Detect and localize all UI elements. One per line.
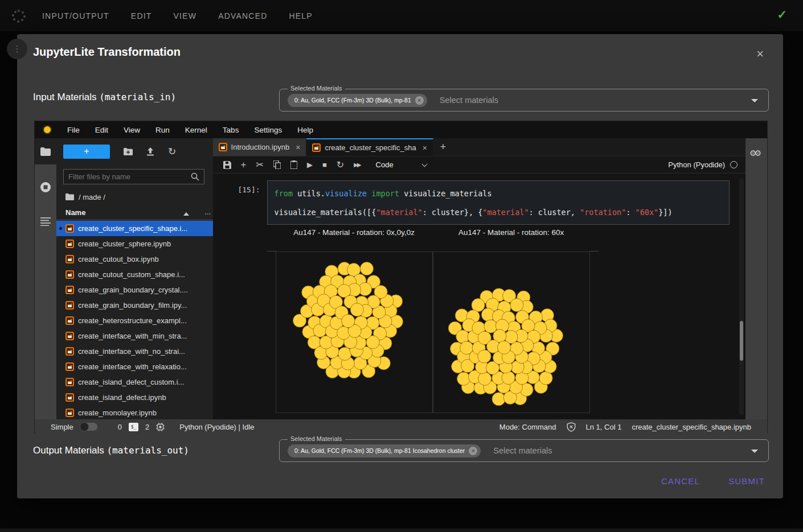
stop-kernel-icon[interactable]: ■ — [322, 160, 327, 169]
file-item[interactable]: create_grain_boundary_film.ipy... — [56, 298, 213, 313]
run-cell-icon[interactable]: ▶ — [307, 160, 313, 169]
cancel-button[interactable]: CANCEL — [661, 476, 700, 486]
output-materials-select[interactable]: Selected Materials 0: Au, Gold, FCC (Fm-… — [279, 439, 769, 462]
drag-handle[interactable]: ⋮ — [7, 39, 27, 59]
restart-kernel-icon[interactable]: ↻ — [337, 159, 344, 170]
jupyter-menu-view[interactable]: View — [124, 126, 140, 134]
file-item[interactable]: create_cluster_specific_shape.i... — [56, 221, 213, 236]
notebook-file-icon — [65, 240, 74, 248]
input-materials-label: Input Materials (materials_in) — [33, 92, 176, 103]
file-item[interactable]: create_cutout_box.ipynb — [56, 251, 213, 267]
output-title-left: Au147 - Material - rotation: 0x,0y,0z — [276, 228, 433, 237]
file-item[interactable]: create_island_defect_custom.i... — [56, 374, 213, 390]
settings-gears-icon[interactable]: ⚙⚙ — [749, 149, 759, 158]
refresh-icon[interactable]: ↻ — [168, 146, 176, 158]
dropdown-caret-icon[interactable] — [751, 99, 758, 102]
file-item[interactable]: create_monolayer.ipynb — [56, 405, 213, 420]
restart-run-all-icon[interactable]: ▶▶ — [354, 162, 360, 168]
material-viewer-right[interactable] — [433, 251, 590, 413]
breadcrumb[interactable]: / made / — [65, 191, 105, 203]
new-tab-button[interactable]: + — [433, 138, 453, 156]
jupyter-menu-tabs[interactable]: Tabs — [223, 126, 239, 134]
paste-cells-icon[interactable] — [290, 160, 297, 169]
chip-remove-icon[interactable]: × — [469, 447, 477, 455]
unsaved-dot-icon — [59, 227, 62, 230]
file-name: create_island_defect_custom.i... — [78, 378, 184, 386]
material-viewer-left[interactable] — [276, 251, 433, 413]
file-item[interactable]: create_interface_with_no_strai... — [56, 344, 213, 359]
file-item[interactable]: create_interface_with_min_stra... — [56, 328, 213, 344]
cursor-position[interactable]: Ln 1, Col 1 — [586, 423, 622, 431]
file-name: create_monolayer.ipynb — [78, 409, 157, 417]
file-name: create_cluster_specific_shape.i... — [78, 224, 187, 233]
topbar-menu-advanced[interactable]: ADVANCED — [218, 11, 267, 20]
cell-type-caret-icon[interactable] — [421, 161, 427, 167]
dropdown-caret-icon[interactable] — [751, 449, 758, 453]
cut-cells-icon[interactable]: ✂ — [256, 159, 264, 170]
topbar-menu-input-output[interactable]: INPUT/OUTPUT — [42, 11, 109, 20]
filebrowser-tab[interactable] — [35, 138, 56, 164]
input-materials-select[interactable]: Selected Materials 0: Au, Gold, FCC (Fm-… — [279, 89, 769, 112]
terminal-count[interactable]: 0 — [118, 423, 122, 431]
file-name: create_cutout_custom_shape.i... — [78, 270, 185, 279]
dialog-close-icon[interactable]: × — [756, 48, 764, 60]
kernel-status-text[interactable]: Python (Pyodide) | Idle — [179, 423, 254, 431]
scrollbar-thumb[interactable] — [740, 321, 743, 361]
upload-icon[interactable] — [146, 147, 154, 156]
file-list-header[interactable]: Name ... — [56, 207, 213, 220]
submit-button[interactable]: SUBMIT — [728, 476, 765, 486]
file-item[interactable]: create_cluster_sphere.ipynb — [56, 236, 213, 251]
stop-circle-icon — [40, 182, 51, 193]
notebook-file-icon — [65, 270, 74, 279]
save-icon[interactable] — [223, 161, 231, 169]
filter-files-input[interactable] — [64, 172, 191, 181]
jupyter-menu-help[interactable]: Help — [297, 126, 313, 134]
new-folder-icon[interactable] — [124, 148, 133, 155]
jupyterlite-logo — [43, 125, 52, 134]
simple-mode-toggle[interactable] — [80, 423, 97, 431]
app-dots-icon[interactable] — [11, 9, 26, 23]
code-cell[interactable]: [15]: from utils.visualize import visual… — [213, 180, 747, 225]
kernel-status-icon[interactable] — [730, 161, 738, 168]
output-title-right: Au147 - Material - rotation: 60x — [433, 228, 590, 237]
tab-close-icon[interactable]: × — [423, 143, 427, 152]
file-item[interactable]: create_grain_boundary_crystal.... — [56, 282, 213, 298]
new-launcher-button[interactable]: + — [63, 145, 110, 159]
insert-cell-icon[interactable]: + — [241, 159, 247, 171]
folder-icon — [65, 193, 74, 200]
jupyter-menu-run[interactable]: Run — [155, 126, 170, 134]
cell-prompt: [15]: — [213, 180, 267, 225]
jupyter-menu-kernel[interactable]: Kernel — [185, 126, 207, 134]
file-item[interactable]: create_island_defect.ipynb — [56, 390, 213, 405]
cell-type-select[interactable]: Code — [376, 160, 394, 169]
topbar-menu-view[interactable]: VIEW — [174, 11, 197, 20]
chip-remove-icon[interactable]: × — [415, 96, 424, 105]
file-item[interactable]: create_heterostructure_exampl... — [56, 313, 213, 328]
topbar-menu-edit[interactable]: EDIT — [131, 11, 152, 20]
trust-shield-icon[interactable] — [567, 422, 576, 432]
file-item[interactable]: create_interface_with_relaxatio... — [56, 359, 213, 374]
kernel-count[interactable]: 2 — [145, 423, 149, 431]
dialog-actions: CANCEL SUBMIT — [661, 476, 765, 486]
jupyter-menu-settings[interactable]: Settings — [254, 126, 282, 134]
notebook-content[interactable]: [15]: from utils.visualize import visual… — [213, 174, 746, 419]
file-name: create_interface_with_min_stra... — [78, 332, 187, 340]
jupyter-menu-file[interactable]: File — [67, 126, 80, 134]
notebook-tab[interactable]: create_cluster_specific_sha× — [306, 138, 433, 156]
code-line: from utils.visualize import visualize_ma… — [275, 184, 722, 203]
name-column-header[interactable]: Name — [65, 208, 85, 217]
terminal-icon: $_ — [129, 423, 138, 431]
notebook-tab[interactable]: Introduction.ipynb× — [213, 138, 307, 156]
copy-cells-icon[interactable] — [273, 160, 281, 169]
toc-tab[interactable] — [35, 217, 56, 226]
tab-close-icon[interactable]: × — [296, 143, 300, 152]
kernel-name[interactable]: Python (Pyodide) — [668, 160, 725, 169]
file-item[interactable]: create_cutout_custom_shape.i... — [56, 267, 213, 282]
viewer-tick — [589, 251, 599, 251]
topbar-menu-help[interactable]: HELP — [289, 11, 313, 20]
cell-editor[interactable]: from utils.visualize import visualize_ma… — [267, 180, 730, 225]
jupyter-menu-edit[interactable]: Edit — [95, 126, 108, 134]
notebook-file-icon — [65, 332, 74, 340]
notebook-scrollbar[interactable] — [739, 178, 744, 415]
running-kernels-tab[interactable] — [35, 182, 56, 193]
